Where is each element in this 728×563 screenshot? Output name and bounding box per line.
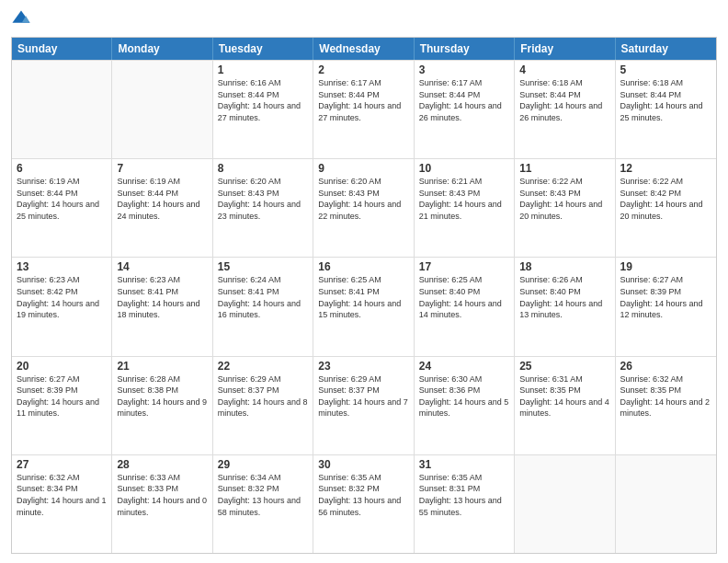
day-header-friday: Friday — [515, 38, 615, 60]
calendar-cell: 31Sunrise: 6:35 AMSunset: 8:31 PMDayligh… — [415, 455, 515, 553]
calendar-cell: 12Sunrise: 6:22 AMSunset: 8:42 PMDayligh… — [616, 159, 716, 257]
cell-date: 8 — [218, 162, 308, 175]
cell-info: Sunrise: 6:27 AMSunset: 8:39 PMDaylight:… — [17, 373, 107, 419]
calendar-cell — [515, 455, 615, 553]
cell-date: 26 — [620, 360, 711, 373]
cell-info: Sunrise: 6:23 AMSunset: 8:41 PMDaylight:… — [117, 274, 207, 320]
cell-info: Sunrise: 6:18 AMSunset: 8:44 PMDaylight:… — [519, 77, 609, 123]
cell-date: 28 — [117, 458, 207, 471]
cell-info: Sunrise: 6:19 AMSunset: 8:44 PMDaylight:… — [17, 176, 107, 222]
cell-info: Sunrise: 6:17 AMSunset: 8:44 PMDaylight:… — [419, 77, 509, 123]
cell-date: 7 — [117, 162, 207, 175]
cell-date: 17 — [419, 260, 509, 273]
calendar-cell: 11Sunrise: 6:22 AMSunset: 8:43 PMDayligh… — [515, 159, 615, 257]
cell-info: Sunrise: 6:22 AMSunset: 8:43 PMDaylight:… — [519, 176, 609, 222]
cell-info: Sunrise: 6:33 AMSunset: 8:33 PMDaylight:… — [117, 472, 207, 518]
cell-date: 25 — [519, 360, 609, 373]
calendar-cell: 30Sunrise: 6:35 AMSunset: 8:32 PMDayligh… — [313, 455, 414, 553]
calendar-cell: 22Sunrise: 6:29 AMSunset: 8:37 PMDayligh… — [213, 357, 313, 454]
cell-info: Sunrise: 6:35 AMSunset: 8:32 PMDaylight:… — [318, 472, 408, 518]
cell-info: Sunrise: 6:18 AMSunset: 8:44 PMDaylight:… — [620, 77, 711, 123]
calendar-cell: 2Sunrise: 6:17 AMSunset: 8:44 PMDaylight… — [313, 61, 414, 158]
header — [11, 9, 717, 29]
cell-info: Sunrise: 6:22 AMSunset: 8:42 PMDaylight:… — [620, 176, 711, 222]
cell-info: Sunrise: 6:31 AMSunset: 8:35 PMDaylight:… — [519, 373, 609, 419]
calendar-cell: 19Sunrise: 6:27 AMSunset: 8:39 PMDayligh… — [616, 258, 716, 355]
cell-info: Sunrise: 6:29 AMSunset: 8:37 PMDaylight:… — [318, 373, 408, 419]
cell-date: 23 — [318, 360, 408, 373]
cell-info: Sunrise: 6:21 AMSunset: 8:43 PMDaylight:… — [419, 176, 509, 222]
calendar-cell: 10Sunrise: 6:21 AMSunset: 8:43 PMDayligh… — [415, 159, 515, 257]
cell-date: 31 — [419, 458, 509, 471]
cell-date: 1 — [218, 63, 308, 76]
cell-date: 15 — [218, 260, 308, 273]
cell-date: 30 — [318, 458, 408, 471]
cell-date: 13 — [17, 260, 107, 273]
cell-info: Sunrise: 6:20 AMSunset: 8:43 PMDaylight:… — [218, 176, 308, 222]
calendar-cell: 3Sunrise: 6:17 AMSunset: 8:44 PMDaylight… — [415, 61, 515, 158]
calendar-cell: 16Sunrise: 6:25 AMSunset: 8:41 PMDayligh… — [313, 258, 414, 355]
cell-date: 22 — [218, 360, 308, 373]
calendar-cell: 5Sunrise: 6:18 AMSunset: 8:44 PMDaylight… — [616, 61, 716, 158]
calendar-cell: 4Sunrise: 6:18 AMSunset: 8:44 PMDaylight… — [515, 61, 615, 158]
cell-info: Sunrise: 6:25 AMSunset: 8:41 PMDaylight:… — [318, 274, 408, 320]
calendar-cell: 29Sunrise: 6:34 AMSunset: 8:32 PMDayligh… — [213, 455, 313, 553]
cell-info: Sunrise: 6:32 AMSunset: 8:35 PMDaylight:… — [620, 373, 711, 419]
calendar-row-1: 6Sunrise: 6:19 AMSunset: 8:44 PMDaylight… — [12, 158, 716, 257]
calendar-cell — [12, 61, 112, 158]
cell-info: Sunrise: 6:28 AMSunset: 8:38 PMDaylight:… — [117, 373, 207, 419]
cell-info: Sunrise: 6:26 AMSunset: 8:40 PMDaylight:… — [519, 274, 609, 320]
cell-date: 2 — [318, 63, 408, 76]
cell-date: 9 — [318, 162, 408, 175]
cell-info: Sunrise: 6:30 AMSunset: 8:36 PMDaylight:… — [419, 373, 509, 419]
day-header-thursday: Thursday — [415, 38, 515, 60]
logo-icon — [11, 9, 31, 29]
day-header-sunday: Sunday — [12, 38, 112, 60]
cell-date: 16 — [318, 260, 408, 273]
cell-info: Sunrise: 6:20 AMSunset: 8:43 PMDaylight:… — [318, 176, 408, 222]
day-header-saturday: Saturday — [616, 38, 716, 60]
calendar-cell: 14Sunrise: 6:23 AMSunset: 8:41 PMDayligh… — [112, 258, 212, 355]
main-container: SundayMondayTuesdayWednesdayThursdayFrid… — [0, 0, 728, 563]
cell-info: Sunrise: 6:17 AMSunset: 8:44 PMDaylight:… — [318, 77, 408, 123]
cell-date: 3 — [419, 63, 509, 76]
cell-info: Sunrise: 6:35 AMSunset: 8:31 PMDaylight:… — [419, 472, 509, 518]
calendar-row-4: 27Sunrise: 6:32 AMSunset: 8:34 PMDayligh… — [12, 454, 716, 553]
calendar: SundayMondayTuesdayWednesdayThursdayFrid… — [11, 37, 717, 554]
calendar-cell: 24Sunrise: 6:30 AMSunset: 8:36 PMDayligh… — [415, 357, 515, 454]
cell-date: 14 — [117, 260, 207, 273]
cell-info: Sunrise: 6:24 AMSunset: 8:41 PMDaylight:… — [218, 274, 308, 320]
cell-date: 20 — [17, 360, 107, 373]
calendar-cell: 6Sunrise: 6:19 AMSunset: 8:44 PMDaylight… — [12, 159, 112, 257]
cell-date: 27 — [17, 458, 107, 471]
calendar-body: 1Sunrise: 6:16 AMSunset: 8:44 PMDaylight… — [12, 60, 716, 553]
cell-date: 6 — [17, 162, 107, 175]
calendar-cell: 25Sunrise: 6:31 AMSunset: 8:35 PMDayligh… — [515, 357, 615, 454]
calendar-cell — [112, 61, 212, 158]
day-header-tuesday: Tuesday — [213, 38, 313, 60]
calendar-cell: 26Sunrise: 6:32 AMSunset: 8:35 PMDayligh… — [616, 357, 716, 454]
cell-date: 21 — [117, 360, 207, 373]
cell-date: 18 — [519, 260, 609, 273]
day-header-monday: Monday — [112, 38, 212, 60]
calendar-cell: 1Sunrise: 6:16 AMSunset: 8:44 PMDaylight… — [213, 61, 313, 158]
calendar-cell: 28Sunrise: 6:33 AMSunset: 8:33 PMDayligh… — [112, 455, 212, 553]
calendar-cell: 21Sunrise: 6:28 AMSunset: 8:38 PMDayligh… — [112, 357, 212, 454]
cell-info: Sunrise: 6:29 AMSunset: 8:37 PMDaylight:… — [218, 373, 308, 419]
cell-date: 5 — [620, 63, 711, 76]
cell-info: Sunrise: 6:34 AMSunset: 8:32 PMDaylight:… — [218, 472, 308, 518]
cell-info: Sunrise: 6:16 AMSunset: 8:44 PMDaylight:… — [218, 77, 308, 123]
calendar-cell — [616, 455, 716, 553]
cell-date: 12 — [620, 162, 711, 175]
cell-date: 19 — [620, 260, 711, 273]
calendar-cell: 18Sunrise: 6:26 AMSunset: 8:40 PMDayligh… — [515, 258, 615, 355]
calendar-cell: 27Sunrise: 6:32 AMSunset: 8:34 PMDayligh… — [12, 455, 112, 553]
calendar-cell: 20Sunrise: 6:27 AMSunset: 8:39 PMDayligh… — [12, 357, 112, 454]
cell-info: Sunrise: 6:25 AMSunset: 8:40 PMDaylight:… — [419, 274, 509, 320]
calendar-cell: 8Sunrise: 6:20 AMSunset: 8:43 PMDaylight… — [213, 159, 313, 257]
calendar-cell: 15Sunrise: 6:24 AMSunset: 8:41 PMDayligh… — [213, 258, 313, 355]
cell-info: Sunrise: 6:32 AMSunset: 8:34 PMDaylight:… — [17, 472, 107, 518]
cell-date: 10 — [419, 162, 509, 175]
calendar-cell: 17Sunrise: 6:25 AMSunset: 8:40 PMDayligh… — [415, 258, 515, 355]
calendar-row-2: 13Sunrise: 6:23 AMSunset: 8:42 PMDayligh… — [12, 257, 716, 355]
